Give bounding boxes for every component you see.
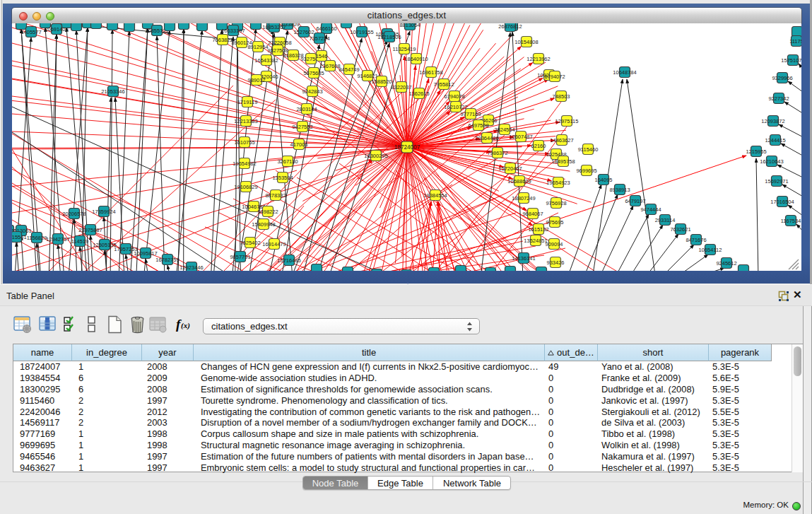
svg-text:7663822: 7663822 xyxy=(212,37,233,43)
svg-text:19218506: 19218506 xyxy=(377,34,401,40)
svg-text:15720407: 15720407 xyxy=(498,165,522,172)
svg-text:1156829: 1156829 xyxy=(27,235,47,241)
svg-text:1588520: 1588520 xyxy=(371,78,392,85)
svg-text:10688609: 10688609 xyxy=(507,178,531,185)
svg-text:15692971: 15692971 xyxy=(765,178,788,185)
svg-text:6497508: 6497508 xyxy=(468,122,488,129)
svg-text:9329966: 9329966 xyxy=(772,75,792,81)
svg-text:10607487: 10607487 xyxy=(509,134,532,140)
svg-text:19654982: 19654982 xyxy=(233,160,256,167)
svg-text:2933114: 2933114 xyxy=(655,217,676,223)
svg-text:10654112: 10654112 xyxy=(699,247,722,253)
svg-text:7632621: 7632621 xyxy=(670,226,690,233)
svg-text:18807249: 18807249 xyxy=(512,195,535,201)
svg-text:3824554: 3824554 xyxy=(494,127,514,133)
svg-text:10853267: 10853267 xyxy=(262,24,286,30)
svg-text:8912954: 8912954 xyxy=(247,44,268,50)
svg-text:6794072: 6794072 xyxy=(544,74,565,80)
svg-text:15409948: 15409948 xyxy=(252,221,275,228)
svg-text:8938913: 8938913 xyxy=(609,187,630,193)
svg-text:12213383: 12213383 xyxy=(234,118,257,124)
svg-text:7357224: 7357224 xyxy=(309,35,329,42)
svg-text:10633197: 10633197 xyxy=(221,28,245,34)
svg-text:(x): (x) xyxy=(181,321,190,330)
svg-text:6479197: 6479197 xyxy=(625,198,645,204)
svg-text:16210722: 16210722 xyxy=(444,104,467,110)
svg-text:8813054: 8813054 xyxy=(399,23,420,28)
svg-text:9777169: 9777169 xyxy=(460,111,481,117)
svg-text:26876812: 26876812 xyxy=(498,23,522,30)
svg-text:9315541: 9315541 xyxy=(12,234,27,240)
svg-text:23975887: 23975887 xyxy=(78,227,102,233)
svg-text:5675685: 5675685 xyxy=(303,70,324,76)
svg-text:9857791: 9857791 xyxy=(230,254,250,260)
svg-text:16914479: 16914479 xyxy=(262,241,286,247)
svg-text:10154808: 10154808 xyxy=(514,39,538,45)
svg-text:20206578: 20206578 xyxy=(62,211,86,217)
svg-text:1353594: 1353594 xyxy=(272,175,293,181)
svg-text:1615132: 1615132 xyxy=(528,226,548,233)
svg-text:1215955: 1215955 xyxy=(746,148,766,155)
svg-text:1362615: 1362615 xyxy=(408,90,429,97)
svg-text:20691406: 20691406 xyxy=(45,26,68,33)
svg-text:62160: 62160 xyxy=(531,143,546,149)
svg-text:1167534: 1167534 xyxy=(781,218,801,224)
svg-text:11175: 11175 xyxy=(789,38,801,45)
svg-text:9245612: 9245612 xyxy=(716,260,736,267)
svg-text:15751074: 15751074 xyxy=(781,57,801,64)
svg-text:16543382: 16543382 xyxy=(254,57,278,64)
svg-text:9756928: 9756928 xyxy=(546,200,566,206)
svg-text:8471676: 8471676 xyxy=(686,237,706,243)
svg-text:18724007: 18724007 xyxy=(394,144,420,151)
svg-text:975695: 975695 xyxy=(546,219,563,226)
svg-text:1610755: 1610755 xyxy=(234,139,254,146)
svg-text:12975115: 12975115 xyxy=(555,118,579,124)
svg-text:3498222: 3498222 xyxy=(257,209,278,215)
svg-text:19106829: 19106829 xyxy=(234,184,257,190)
svg-text:10095817: 10095817 xyxy=(134,250,157,257)
svg-text:164095: 164095 xyxy=(594,177,612,183)
svg-text:17359924: 17359924 xyxy=(92,209,115,215)
svg-text:6466160: 6466160 xyxy=(316,25,336,32)
svg-text:16210643: 16210643 xyxy=(760,158,783,165)
svg-text:12923446: 12923446 xyxy=(180,264,203,271)
svg-text:114519: 114519 xyxy=(71,238,88,245)
svg-text:9684067: 9684067 xyxy=(522,211,543,217)
svg-text:12505135: 12505135 xyxy=(93,242,116,248)
svg-text:16961758: 16961758 xyxy=(419,69,442,76)
svg-text:9427552: 9427552 xyxy=(292,124,312,130)
svg-text:9227342: 9227342 xyxy=(768,95,789,102)
svg-text:12942757: 12942757 xyxy=(46,236,69,243)
svg-text:1244415: 1244415 xyxy=(765,137,785,144)
svg-text:9115460: 9115460 xyxy=(578,146,599,153)
svg-text:8454749: 8454749 xyxy=(339,66,359,73)
svg-text:13524851: 13524851 xyxy=(524,238,547,244)
svg-text:16782759: 16782759 xyxy=(155,257,179,263)
svg-text:15716485: 15716485 xyxy=(277,257,300,264)
svg-text:9699695: 9699695 xyxy=(576,168,596,174)
svg-text:21053346: 21053346 xyxy=(101,88,124,95)
svg-text:7625402: 7625402 xyxy=(240,240,260,246)
svg-text:8322037: 8322037 xyxy=(391,84,411,90)
svg-text:1527602: 1527602 xyxy=(293,29,314,35)
svg-text:9242843: 9242843 xyxy=(302,88,322,95)
svg-text:1405577: 1405577 xyxy=(20,29,41,35)
svg-text:19384554: 19384554 xyxy=(423,192,447,199)
svg-text:9474444: 9474444 xyxy=(640,206,661,213)
svg-text:6794078: 6794078 xyxy=(444,93,464,100)
svg-text:7986372: 7986372 xyxy=(487,150,507,156)
svg-text:10719155: 10719155 xyxy=(350,29,373,35)
svg-text:7955812: 7955812 xyxy=(433,81,454,88)
svg-text:933426: 933426 xyxy=(546,259,564,266)
svg-text:11325419: 11325419 xyxy=(393,46,416,52)
svg-text:14136141: 14136141 xyxy=(512,255,535,262)
svg-text:17016504: 17016504 xyxy=(770,199,794,205)
svg-text:989012: 989012 xyxy=(247,77,265,83)
svg-text:14463627: 14463627 xyxy=(550,137,573,144)
svg-text:748503: 748503 xyxy=(552,93,570,100)
svg-text:20364486: 20364486 xyxy=(475,135,498,141)
svg-text:12093872: 12093872 xyxy=(761,118,784,124)
svg-text:1719119: 1719119 xyxy=(237,99,258,105)
svg-text:18300295: 18300295 xyxy=(364,153,387,159)
svg-text:8878332: 8878332 xyxy=(265,192,286,199)
